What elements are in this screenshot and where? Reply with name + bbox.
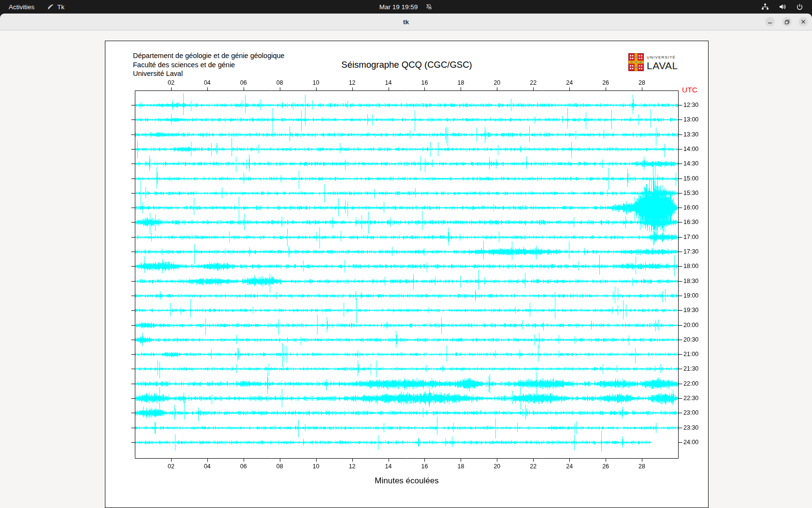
utc-time-label: 18:00 — [683, 263, 698, 270]
desktop: Activities Tk Mar 19 19:59 — [0, 0, 812, 508]
clock[interactable]: Mar 19 19:59 — [379, 3, 418, 11]
x-tick-label-top: 24 — [566, 79, 573, 86]
utc-time-label: 20:30 — [683, 336, 698, 344]
utc-time-label: 13:30 — [683, 131, 698, 138]
x-tick-label-top: 26 — [602, 79, 609, 86]
x-tick-label-bottom: 28 — [638, 463, 645, 470]
x-tick-label-top: 06 — [240, 79, 247, 86]
utc-time-label: 21:00 — [683, 351, 698, 358]
x-tick-label-bottom: 14 — [385, 463, 392, 470]
x-tick-label-bottom: 18 — [457, 463, 464, 470]
x-tick-label-top: 04 — [204, 79, 211, 86]
window-title: tk — [0, 14, 812, 30]
window-titlebar[interactable]: tk — [0, 14, 812, 30]
x-tick-label-bottom: 06 — [240, 463, 247, 470]
x-tick-label-bottom: 16 — [421, 463, 428, 470]
utc-time-label: 16:00 — [683, 204, 698, 211]
tk-feather-icon — [47, 3, 54, 10]
utc-time-label: 24:00 — [683, 439, 698, 446]
utc-time-label: 12:30 — [683, 102, 698, 109]
x-tick-label-top: 12 — [349, 79, 356, 86]
x-tick-label-bottom: 22 — [530, 463, 536, 470]
power-icon[interactable] — [796, 3, 803, 11]
focused-app-label: Tk — [57, 3, 64, 11]
seismograph-canvas — [105, 41, 708, 508]
utc-time-label: 23:30 — [683, 424, 698, 432]
x-tick-label-bottom: 20 — [493, 463, 500, 470]
x-tick-label-top: 22 — [530, 79, 536, 86]
utc-time-label: 15:30 — [683, 190, 698, 197]
utc-time-label: 22:30 — [683, 395, 698, 402]
x-tick-label-top: 16 — [421, 79, 428, 86]
window-body: Département de géologie et de génie géol… — [0, 30, 812, 508]
utc-time-label: 19:00 — [683, 292, 698, 299]
network-wired-icon[interactable] — [761, 3, 769, 11]
maximize-button[interactable] — [782, 17, 792, 27]
x-tick-label-bottom: 12 — [349, 463, 356, 470]
x-tick-label-top: 28 — [638, 79, 645, 86]
close-button[interactable] — [798, 17, 808, 27]
x-tick-label-bottom: 24 — [566, 463, 573, 470]
utc-time-label: 22:00 — [683, 380, 698, 388]
activities-button[interactable]: Activities — [9, 3, 34, 11]
gnome-top-bar: Activities Tk Mar 19 19:59 — [0, 0, 812, 14]
x-tick-label-top: 10 — [313, 79, 319, 86]
utc-time-label: 21:30 — [683, 365, 698, 373]
utc-time-label: 19:30 — [683, 307, 698, 314]
x-tick-label-top: 20 — [493, 79, 500, 86]
volume-icon[interactable] — [779, 3, 786, 11]
focused-app-menu[interactable]: Tk — [47, 3, 64, 11]
utc-time-label: 20:00 — [683, 322, 698, 329]
minimize-button[interactable] — [765, 17, 775, 27]
utc-time-label: 17:00 — [683, 234, 698, 241]
x-axis-label: Minutes écoulées — [105, 476, 708, 486]
utc-time-label: 17:30 — [683, 248, 698, 255]
seismograph-panel: Département de géologie et de génie géol… — [105, 41, 709, 508]
utc-time-label: 23:00 — [683, 409, 698, 417]
notifications-muted-bell-icon — [425, 3, 433, 11]
utc-time-label: 14:00 — [683, 146, 698, 153]
utc-time-label: 16:30 — [683, 219, 698, 226]
tk-window: tk Département de géologie et de génie g… — [0, 14, 812, 508]
x-tick-label-bottom: 02 — [168, 463, 174, 470]
utc-axis-label: UTC — [682, 86, 697, 94]
utc-time-label: 13:00 — [683, 116, 698, 123]
x-tick-label-bottom: 10 — [313, 463, 319, 470]
x-tick-label-top: 08 — [276, 79, 283, 86]
utc-time-label: 14:30 — [683, 160, 698, 167]
x-tick-label-top: 02 — [168, 79, 174, 86]
x-tick-label-top: 18 — [457, 79, 464, 86]
utc-time-label: 15:00 — [683, 175, 698, 182]
utc-time-label: 18:30 — [683, 278, 698, 285]
x-tick-label-bottom: 08 — [276, 463, 283, 470]
x-tick-label-bottom: 04 — [204, 463, 211, 470]
x-tick-label-bottom: 26 — [602, 463, 609, 470]
x-tick-label-top: 14 — [385, 79, 392, 86]
